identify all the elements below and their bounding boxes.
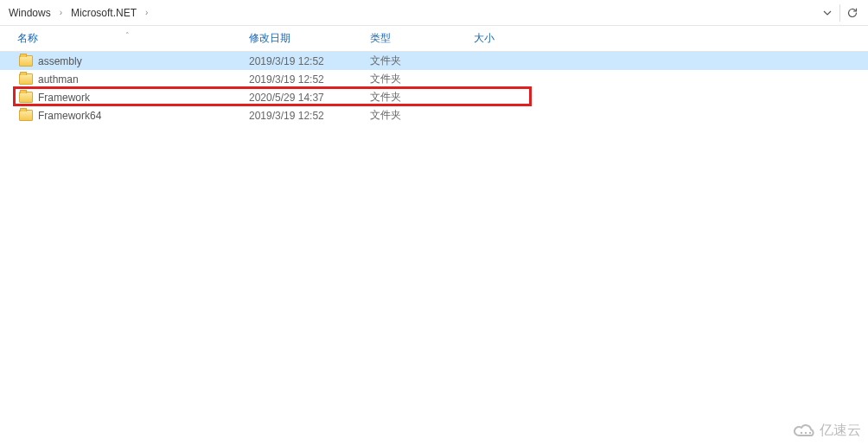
column-header-date[interactable]: 修改日期 bbox=[242, 26, 363, 51]
column-label: 大小 bbox=[474, 31, 495, 46]
dropdown-button[interactable] bbox=[817, 3, 838, 23]
folder-icon bbox=[19, 73, 33, 85]
sort-indicator-icon: ˄ bbox=[125, 31, 130, 40]
file-type: 文件夹 bbox=[363, 106, 467, 124]
file-type: 文件夹 bbox=[363, 52, 467, 70]
breadcrumb-item[interactable]: Microsoft.NET bbox=[67, 5, 140, 21]
folder-icon bbox=[19, 110, 33, 121]
svg-point-2 bbox=[809, 431, 811, 433]
file-size bbox=[467, 70, 553, 88]
file-row[interactable]: Framework642019/3/19 12:52文件夹 bbox=[0, 106, 868, 124]
file-size bbox=[467, 52, 553, 70]
file-date: 2019/3/19 12:52 bbox=[242, 106, 363, 124]
folder-icon bbox=[19, 55, 33, 67]
file-row[interactable]: Framework2020/5/29 14:37文件夹 bbox=[0, 88, 868, 106]
column-label: 名称 bbox=[17, 31, 38, 46]
column-header-type[interactable]: 类型 bbox=[363, 26, 467, 51]
breadcrumb-item[interactable]: Windows bbox=[5, 5, 54, 21]
file-size bbox=[467, 88, 553, 106]
column-label: 修改日期 bbox=[249, 31, 290, 46]
column-header-size[interactable]: 大小 bbox=[467, 26, 553, 51]
file-date: 2019/3/19 12:52 bbox=[242, 52, 363, 70]
watermark-text: 亿速云 bbox=[820, 422, 861, 440]
svg-point-1 bbox=[805, 431, 807, 433]
address-bar: Windows › Microsoft.NET › bbox=[0, 0, 868, 26]
file-date: 2019/3/19 12:52 bbox=[242, 70, 363, 88]
file-type: 文件夹 bbox=[363, 70, 467, 88]
chevron-right-icon[interactable]: › bbox=[56, 8, 66, 17]
file-date: 2020/5/29 14:37 bbox=[242, 88, 363, 106]
column-headers: 名称 ˄ 修改日期 类型 大小 bbox=[0, 26, 868, 52]
refresh-button[interactable] bbox=[842, 3, 863, 23]
chevron-right-icon[interactable]: › bbox=[142, 8, 151, 17]
watermark: 亿速云 bbox=[794, 422, 861, 440]
breadcrumb[interactable]: Windows › Microsoft.NET › bbox=[5, 5, 817, 21]
svg-point-0 bbox=[801, 431, 802, 433]
file-name: Framework64 bbox=[38, 110, 101, 122]
file-row[interactable]: authman2019/3/19 12:52文件夹 bbox=[0, 70, 868, 88]
column-label: 类型 bbox=[370, 31, 391, 46]
folder-icon bbox=[19, 92, 33, 103]
file-name: assembly bbox=[38, 55, 82, 67]
divider bbox=[839, 4, 840, 22]
file-type: 文件夹 bbox=[363, 88, 467, 106]
file-list[interactable]: assembly2019/3/19 12:52文件夹authman2019/3/… bbox=[0, 52, 868, 124]
file-size bbox=[467, 106, 553, 124]
column-header-name[interactable]: 名称 ˄ bbox=[0, 26, 242, 51]
file-name: Framework bbox=[38, 92, 90, 104]
file-name: authman bbox=[38, 73, 79, 86]
file-row[interactable]: assembly2019/3/19 12:52文件夹 bbox=[0, 52, 868, 70]
